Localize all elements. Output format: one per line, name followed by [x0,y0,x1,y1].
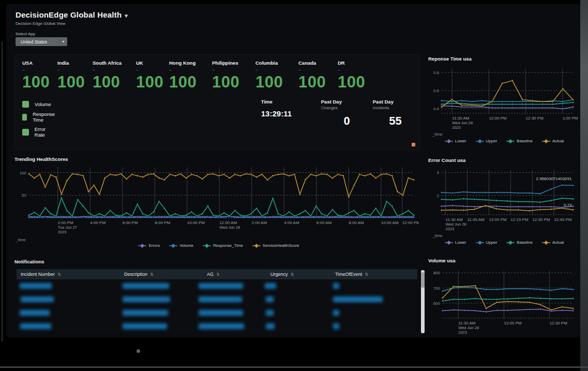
svg-text:2: 2 [437,194,440,198]
select-app-label: Select App [16,32,35,36]
health-scores-panel: USA – 100 India – 100 South Africa – 100… [14,54,420,150]
svg-text:10:00 AM: 10:00 AM [381,220,399,225]
legend-item-lower[interactable]: Lower [445,240,466,245]
notifications-table: Incident Number⇅ Description⇅ AG⇅ Urgenc… [17,269,417,333]
svg-text:800: 800 [433,271,441,275]
svg-text:12:00 PM: 12:00 PM [489,217,507,222]
country-score-india: India – 100 [57,60,93,92]
trending-healthscores-panel: Trending HealthScores 501002:00 PMTue Ju… [14,156,423,250]
kpi-time: Time 13:29:11 [261,99,301,141]
svg-text:Wed Jun 28: Wed Jun 28 [446,222,466,227]
column-header-ag[interactable]: AG⇅ [207,269,220,279]
table-scrollbar-thumb[interactable] [421,272,425,288]
changes-count: 0 [321,114,353,128]
error-x-axis-label: _time [432,233,580,238]
legend-item-actual[interactable]: Actual [542,240,564,245]
svg-text:700: 700 [433,286,441,291]
column-header-timeofevent[interactable]: TimeOfEvent⇅ [335,269,368,279]
svg-text:1:00 PM: 1:00 PM [563,116,578,121]
series-marker-icon [476,139,484,143]
current-time-value: 13:29:11 [261,109,301,118]
monitor-bezel-left [2,41,3,342]
country-score-dr: DR – 100 [338,60,369,92]
series-marker-icon [445,241,453,245]
legend-item-response_time[interactable]: Response_Time [203,243,243,248]
svg-text:6:00 AM: 6:00 AM [316,220,332,225]
svg-text:11:45 AM: 11:45 AM [468,217,485,222]
sort-icon: ⇅ [365,272,368,277]
legend-row-response-time: Response Time [22,111,57,123]
svg-text:Wed Jun 28: Wed Jun 28 [219,225,240,230]
series-marker-icon [542,139,550,143]
svg-text:0.6: 0.6 [433,88,440,93]
table-scrollbar[interactable] [421,270,425,333]
series-marker-icon [252,244,261,248]
svg-text:600: 600 [433,301,441,306]
legend-item-errors[interactable]: Errors [138,243,160,248]
column-header-description[interactable]: Description⇅ [124,269,154,279]
svg-text:8:00 PM: 8:00 PM [155,220,170,225]
legend-item-upper[interactable]: Upper [476,139,497,143]
notifications-panel: Notifications Incident Number⇅ Descripti… [14,259,423,337]
table-row[interactable] [17,293,417,306]
table-row[interactable] [17,279,417,293]
green-swatch-icon [22,129,29,136]
health-metric-legend: Volume Response Time Error Rate [22,101,57,141]
svg-text:2.95603071403291: 2.95603071403291 [536,176,572,181]
legend-item-actual[interactable]: Actual [542,139,564,143]
response-x-axis-label: _time [432,132,580,137]
svg-text:12:15 PM: 12:15 PM [510,217,529,222]
table-row[interactable] [17,306,417,320]
svg-text:12:00 PM: 12:00 PM [402,220,419,225]
svg-text:12:30 PM: 12:30 PM [526,116,544,121]
svg-text:11:30 AM: 11:30 AM [446,217,463,222]
series-marker-icon [476,241,484,245]
legend-item-servicehealthscore[interactable]: ServiceHealthScore [252,243,299,248]
page-title: DecisionEdge Global Health▾ [16,10,128,19]
svg-text:10:00 PM: 10:00 PM [187,220,205,225]
legend-item-volume[interactable]: Volume [169,243,193,248]
incidents-count: 55 [373,114,405,128]
notifications-rows [17,279,417,333]
svg-text:2023: 2023 [458,330,467,335]
chevron-down-icon: ▾ [59,39,67,44]
response-chart-legend: LowerUpperBaselineActual [428,139,580,143]
country-score-uk: UK – 100 [136,60,169,92]
svg-text:12:00 PM: 12:00 PM [489,116,507,121]
legend-item-upper[interactable]: Upper [476,240,497,245]
column-header-urgency[interactable]: Urgency⇅ [270,269,294,279]
column-header-incident-number[interactable]: Incident Number⇅ [21,269,61,279]
country-score-usa: USA – 100 [22,60,57,92]
title-caret-icon[interactable]: ▾ [125,12,128,19]
error-count-chart: 2411:30 AMWed Jun 28202311:45 AM12:00 PM… [428,166,578,233]
series-marker-icon [445,139,453,143]
error-chart-title: Error Count usa [428,157,580,163]
app-select-dropdown[interactable]: United States ▾ [16,37,67,46]
svg-text:12:30 PM: 12:30 PM [550,321,568,325]
series-marker-icon [506,139,515,143]
notifications-title: Notifications [14,259,423,264]
svg-text:2023: 2023 [58,230,67,234]
legend-item-baseline[interactable]: Baseline [506,139,533,143]
country-score-south-africa: South Africa – 100 [93,60,136,92]
svg-text:50: 50 [22,193,26,198]
kpi-past-day-changes: Past Day Changes 0 [321,99,353,141]
response-time-panel: Reponse Time usa 0.40.60.811:30 AMWed Ju… [428,56,580,155]
legend-item-baseline[interactable]: Baseline [506,240,533,245]
country-score-canada: Canada – 100 [298,60,338,92]
country-score-row: USA – 100 India – 100 South Africa – 100… [15,55,419,92]
table-row[interactable] [17,320,417,333]
svg-text:11:30 AM: 11:30 AM [458,321,476,325]
volume-chart-title: Volume usa [428,258,580,263]
svg-text:100: 100 [20,171,27,175]
trending-chart: 501002:00 PMTue Jun 2720234:00 PM6:00 PM… [14,163,419,241]
svg-text:2023: 2023 [446,227,455,231]
panel-refresh-icon[interactable] [412,143,415,146]
sort-icon: ⇅ [57,272,61,277]
legend-item-lower[interactable]: Lower [445,139,466,143]
page-title-text: DecisionEdge Global Health [16,10,122,19]
country-score-hong-kong: Hong Kong – 100 [169,60,212,92]
notifications-table-header: Incident Number⇅ Description⇅ AG⇅ Urgenc… [17,269,417,279]
svg-text:2:00 AM: 2:00 AM [252,220,267,225]
svg-text:0.73: 0.73 [564,203,572,207]
